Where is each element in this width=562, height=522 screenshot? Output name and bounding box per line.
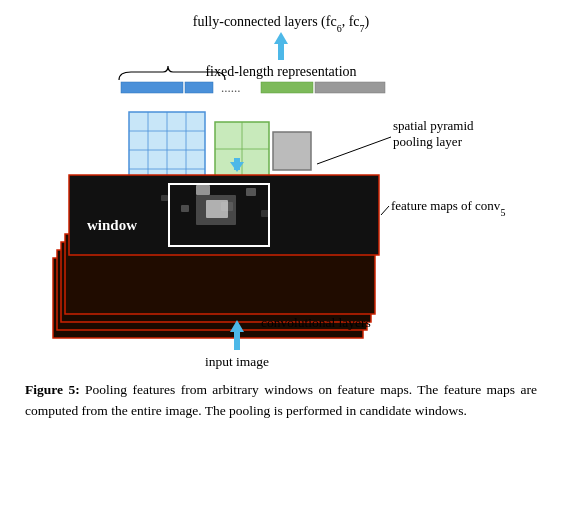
grid-1x1: [273, 132, 311, 170]
feature-maps-label: feature maps of conv5: [391, 198, 505, 218]
input-label: input image: [205, 354, 269, 369]
conv-label: convolutional layers: [261, 315, 371, 330]
svg-rect-20: [161, 195, 168, 201]
svg-rect-24: [206, 200, 228, 218]
window-label: window: [87, 217, 137, 233]
feature-maps-group: [53, 158, 379, 338]
figure-caption: Figure 5: Pooling features from arbitrar…: [21, 380, 541, 422]
spp-arrow-line: [317, 137, 391, 164]
svg-rect-19: [246, 188, 256, 196]
fc-label: fully-connected layers (fc6, fc7): [193, 14, 370, 34]
arrow-shaft-fc: [278, 44, 284, 60]
caption-text: Pooling features from arbitrary windows …: [25, 382, 537, 418]
bar-gray: [315, 82, 385, 93]
bar-dots: ......: [221, 80, 241, 95]
arrow-shaft-conv: [234, 332, 240, 350]
fixed-length-label: fixed-length representation: [205, 64, 356, 79]
caption-prefix: Figure 5:: [25, 382, 85, 397]
main-container: fully-connected layers (fc6, fc7) fixed-…: [0, 0, 562, 522]
grid-2x2: [215, 122, 269, 176]
fmap-label-arrow: [381, 206, 389, 215]
arrow-to-fc: [274, 32, 288, 44]
svg-rect-18: [181, 205, 189, 212]
spp-label-line1: spatial pyramid: [393, 118, 474, 133]
spp-label-line2: pooling layer: [393, 134, 463, 149]
bar-blue1: [121, 82, 183, 93]
bar-green: [261, 82, 313, 93]
bar-blue2: [185, 82, 213, 93]
diagram: fully-connected layers (fc6, fc7) fixed-…: [21, 10, 541, 380]
svg-rect-25: [234, 158, 240, 170]
svg-rect-16: [196, 185, 210, 195]
svg-rect-10: [273, 132, 311, 170]
